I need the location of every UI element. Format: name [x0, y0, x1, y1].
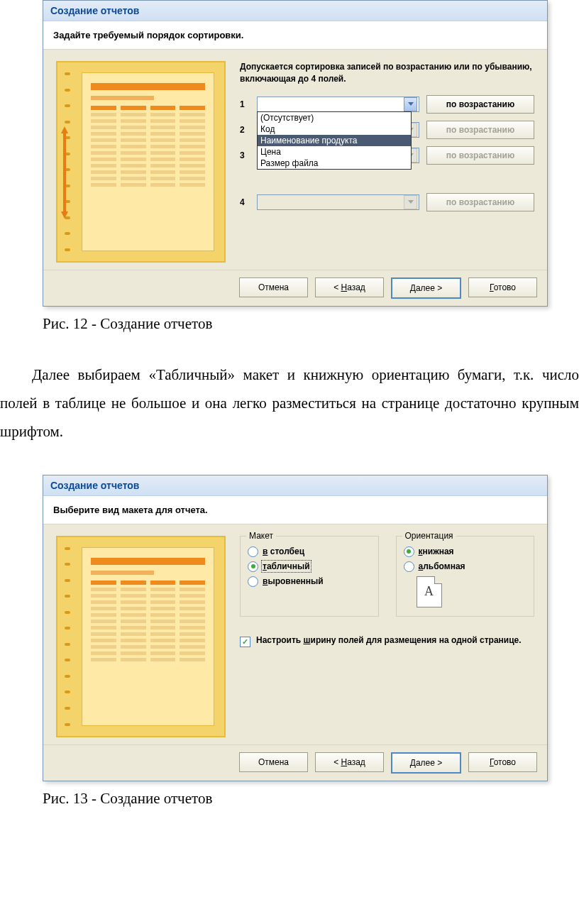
radio-layout-table[interactable]: табличный: [248, 561, 371, 572]
sort-direction-button-1[interactable]: по возрастанию: [426, 95, 534, 114]
sort-row-4: 4 по возрастанию: [240, 193, 534, 211]
hint-text: Допускается сортировка записей по возрас…: [240, 61, 534, 85]
back-button[interactable]: < Назад: [315, 752, 384, 772]
preview-pane: [56, 61, 226, 263]
dialog-create-reports-layout: Создание отчетов Выберите вид макета для…: [43, 475, 548, 781]
dropdown-option[interactable]: Код: [258, 123, 411, 135]
group-title: Ориентация: [402, 531, 456, 541]
sort-field-combo-4: [257, 194, 419, 210]
radio-icon: [248, 546, 258, 557]
svg-marker-0: [408, 102, 414, 106]
finish-button[interactable]: Готово: [468, 752, 537, 772]
sort-field-dropdown[interactable]: (Отсутствует) Код Наименование продукта …: [257, 111, 412, 170]
dropdown-option[interactable]: (Отсутствует): [258, 112, 411, 123]
sort-direction-button-3: по возрастанию: [426, 146, 534, 165]
radio-icon: [404, 561, 414, 572]
sort-row-1: 1 по возрастанию (Отсутствует) Код Наиме…: [240, 95, 534, 114]
dialog-subhead: Выберите вид макета для отчета.: [43, 496, 547, 524]
dialog-footer: Отмена < Назад Далее > Готово: [43, 270, 547, 306]
sort-row-number: 2: [240, 125, 250, 135]
dropdown-option[interactable]: Цена: [258, 146, 411, 158]
back-button[interactable]: < Назад: [315, 277, 384, 297]
radio-orient-portrait[interactable]: книжная: [404, 546, 527, 557]
group-title: Макет: [246, 531, 276, 541]
radio-icon: [248, 561, 258, 572]
sort-direction-button-4: по возрастанию: [426, 193, 534, 211]
dialog-title: Создание отчетов: [43, 1, 547, 21]
checkbox-icon: [240, 637, 250, 647]
dialog-footer: Отмена < Назад Далее > Готово: [43, 744, 547, 781]
checkbox-label: Настроить ширину полей для размещения на…: [256, 635, 522, 645]
sort-row-number: 3: [240, 150, 250, 160]
dialog-create-reports-sort: Создание отчетов Задайте требуемый поряд…: [43, 0, 548, 307]
radio-layout-column[interactable]: в столбец: [248, 546, 371, 557]
figure-caption-12: Рис. 12 - Создание отчетов: [43, 315, 579, 333]
next-button[interactable]: Далее >: [391, 277, 461, 299]
cancel-button[interactable]: Отмена: [239, 277, 308, 297]
dropdown-option-selected[interactable]: Наименование продукта: [258, 135, 411, 146]
sort-row-number: 1: [240, 99, 250, 109]
layout-group: Макет в столбец табличный выровненный: [240, 536, 379, 617]
svg-marker-3: [408, 200, 414, 204]
preview-pane: [56, 536, 226, 737]
finish-button[interactable]: Готово: [468, 277, 537, 297]
cancel-button[interactable]: Отмена: [239, 752, 308, 772]
orientation-group: Ориентация книжная альбомная A: [396, 536, 535, 617]
page-orientation-icon: A: [417, 576, 442, 607]
chevron-down-icon: [404, 195, 417, 209]
sort-field-combo-1[interactable]: [257, 97, 419, 112]
chevron-down-icon[interactable]: [404, 97, 417, 111]
radio-icon: [404, 546, 414, 557]
radio-orient-landscape[interactable]: альбомная: [404, 561, 527, 572]
figure-caption-13: Рис. 13 - Создание отчетов: [43, 790, 579, 808]
next-button[interactable]: Далее >: [391, 752, 461, 774]
adjust-width-checkbox[interactable]: Настроить ширину полей для размещения на…: [240, 635, 534, 647]
body-paragraph: Далее выбираем «Табличный» макет и книжн…: [0, 361, 579, 446]
sort-row-number: 4: [240, 197, 250, 207]
dialog-title: Создание отчетов: [43, 475, 547, 496]
radio-icon: [248, 576, 258, 587]
sort-direction-button-2: по возрастанию: [426, 121, 534, 139]
radio-layout-aligned[interactable]: выровненный: [248, 576, 371, 587]
dropdown-option[interactable]: Размер файла: [258, 158, 411, 169]
dialog-subhead: Задайте требуемый порядок сортировки.: [43, 21, 547, 50]
